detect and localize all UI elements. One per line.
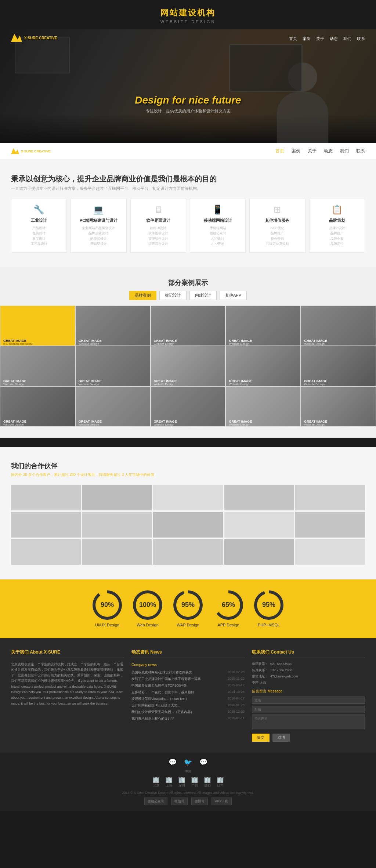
contact-message-input[interactable] — [252, 715, 365, 729]
stats-row: 90% UI/UX Design 100% Web Design 95% WAP… — [0, 590, 376, 627]
service-card-2[interactable]: 🖥 软件界面设计 软件UI设计 软件图标设计 管理软件设计 运营后台设计 — [130, 199, 186, 253]
nav-link-contact[interactable]: 联系 — [356, 148, 365, 154]
city-item-4: 🏢 成都 — [204, 776, 211, 788]
nav-link-cases[interactable]: 案例 — [292, 148, 300, 154]
footer-grid: 关于我们 About X·SURE 北京凌锐创意是一个专业的设计机构，她成立一个… — [11, 649, 365, 742]
service-card-1[interactable]: 💻 PC端网站建设与设计 企业网站产品策划设计 品牌形象设计 响应式设计 营销型… — [70, 199, 126, 253]
social-icon-qq[interactable]: 💬 — [199, 758, 207, 766]
portfolio-cell-0-0[interactable]: GREAT IMAGE it is detailed and useful — [0, 305, 75, 346]
stat-item-3: 65% APP Design — [214, 590, 243, 627]
portfolio-tab-0[interactable]: 品牌案例 — [129, 291, 156, 300]
service-icon-2: 🖥 — [134, 205, 182, 215]
service-icon-5: 📋 — [313, 205, 361, 215]
footer-cities: 🏢 北京 🏢 上海 🏢 深圳 🏢 广州 🏢 成都 🏢 日本 — [11, 776, 365, 788]
news-item-0[interactable]: 美国权威素材网站·全球设计大赛收到获奖 2016-02-28 — [131, 670, 245, 675]
news-item-4[interactable]: 凌锐设计荣获Viewpoint...（more text） 2016-04-17 — [131, 697, 245, 701]
portfolio-cell-1-0[interactable]: GREAT IMAGE Website Design — [0, 346, 75, 386]
hero-background — [0, 29, 376, 143]
portfolio-cell-1-3[interactable]: GREAT IMAGE Website Design — [225, 346, 301, 386]
news-item-5[interactable]: 设计师荣获德国IF工业设计大奖... 2016-01-23 — [131, 703, 245, 708]
nav-link-about[interactable]: 关于 — [308, 148, 317, 154]
stat-num-0: 90% — [101, 601, 114, 609]
nav-link-home[interactable]: 首页 — [275, 148, 284, 154]
partners-title: 我们的合作伙伴 — [11, 462, 365, 470]
hero-nav-news[interactable]: 动态 — [330, 36, 338, 41]
portfolio-cell-sub-0-4: Website Design — [304, 342, 325, 346]
news-date-3: 2014-10-28 — [228, 690, 245, 695]
news-item-2[interactable]: 中国最具发展力品牌年度TOP100评选 2015-05-12 — [131, 683, 245, 688]
news-item-6[interactable]: 我们的设计师荣获宝马集团...（更多内容） 2015-12-09 — [131, 710, 245, 715]
service-card-3[interactable]: 📱 移动端网站设计 手机端网站 微信公众号 APP设计 APP开发 — [190, 199, 246, 253]
portfolio-cell-2-4[interactable]: GREAT IMAGE Website Design — [301, 386, 376, 427]
contact-email-input[interactable] — [252, 706, 365, 713]
hero-nav-home[interactable]: 首页 — [289, 36, 297, 41]
city-icon-3: 🏢 — [191, 776, 198, 783]
hero-nav-us[interactable]: 我们 — [343, 36, 351, 41]
portfolio-tab-2[interactable]: 内建设计 — [189, 291, 217, 300]
news-title-2: 中国最具发展力品牌年度TOP100评选 — [131, 683, 224, 688]
stat-num-4: 95% — [262, 601, 275, 609]
contact-cancel-button[interactable]: 取消 — [272, 734, 290, 742]
email-label: 邮箱地址： — [252, 674, 268, 679]
hero-nav-about[interactable]: 关于 — [316, 36, 324, 41]
partner-cell-1 — [82, 485, 152, 510]
hero-nav-cases[interactable]: 案例 — [303, 36, 311, 41]
stat-circle-3: 65% — [214, 590, 243, 620]
footer-email-row: 邮箱地址： 47@sure-web.com — [252, 674, 365, 679]
news-date-5: 2016-01-23 — [228, 703, 245, 708]
portfolio-cell-2-1[interactable]: GREAT IMAGE Website Design — [75, 386, 151, 427]
nav-link-us[interactable]: 我们 — [340, 148, 349, 154]
tel-label: 电话联系： — [252, 662, 268, 666]
news-date-6: 2015-12-09 — [228, 710, 245, 715]
app-btn-1[interactable]: 微信号 — [171, 798, 188, 805]
portfolio-row-0: GREAT IMAGE it is detailed and useful GR… — [0, 305, 376, 346]
portfolio-tab-1[interactable]: 标记设计 — [159, 291, 187, 300]
portfolio-cell-sub-1-4: Website Design — [304, 383, 325, 386]
service-card-0[interactable]: 🔧 工业设计 产品设计 包装设计 展厅设计 工艺品设计 — [11, 199, 67, 253]
service-title-4: 其他增值服务 — [253, 218, 301, 223]
portfolio-cell-2-3[interactable]: GREAT IMAGE Website Design — [225, 386, 301, 427]
portfolio-cell-2-2[interactable]: GREAT IMAGE Website Design — [151, 386, 226, 427]
portfolio-cell-0-3[interactable]: GREAT IMAGE Website Design — [225, 305, 301, 346]
footer-company-news-title: Company news — [131, 662, 245, 668]
service-card-4[interactable]: ⊞ 其他增值服务 SEO优化 品牌推广 整合营销 品牌定位及规划 — [249, 199, 305, 253]
nav-logo: X·SURE CREATIVE — [11, 148, 51, 154]
news-title-0: 美国权威素材网站·全球设计大赛收到获奖 — [131, 670, 224, 675]
portfolio-tab-3[interactable]: 其他APP — [220, 291, 247, 300]
app-btn-0[interactable]: 微信公众号 — [144, 798, 167, 805]
partner-cell-13 — [224, 539, 294, 565]
stats-section: 90% UI/UX Design 100% Web Design 95% WAP… — [0, 579, 376, 638]
news-item-7[interactable]: 我们秉承创意为核心的设计字 2015-01-11 — [131, 716, 245, 721]
portfolio-cell-1-2[interactable]: GREAT IMAGE Website Design — [151, 346, 226, 386]
contact-name-input[interactable] — [252, 697, 365, 704]
city-item-2: 🏢 深圳 — [178, 776, 185, 788]
portfolio-cell-sub-0-0: it is detailed and useful — [3, 342, 33, 346]
portfolio-cell-1-1[interactable]: GREAT IMAGE Website Design — [75, 346, 151, 386]
portfolio-cell-0-4[interactable]: GREAT IMAGE Website Design — [301, 305, 376, 346]
partner-cell-0 — [11, 485, 81, 510]
contact-submit-button[interactable]: 提交 — [252, 734, 270, 742]
service-card-5[interactable]: 📋 品牌策划 品牌VI设计 品牌推广 品牌全案 品牌定位 — [309, 199, 365, 253]
footer: 关于我们 About X·SURE 北京凌锐创意是一个专业的设计机构，她成立一个… — [0, 638, 376, 753]
social-icon-weibo[interactable]: 🐦 — [184, 758, 192, 766]
app-btn-3[interactable]: APP下载 — [212, 798, 231, 805]
portfolio-cell-sub-1-3: Website Design — [229, 383, 249, 386]
portfolio-cell-0-2[interactable]: GREAT IMAGE Website Design — [151, 305, 226, 346]
news-item-1[interactable]: 发到了工业品牌设计中国年上线工程竞赛一等奖 2015-11-22 — [131, 677, 245, 681]
app-btn-2[interactable]: 微博号 — [191, 798, 208, 805]
city-item-3: 🏢 广州 — [191, 776, 198, 788]
service-icon-1: 💻 — [75, 205, 122, 215]
nav-link-news[interactable]: 动态 — [324, 148, 333, 154]
portfolio-cell-2-0[interactable]: GREAT IMAGE Website Design — [0, 386, 75, 427]
social-icon-wechat[interactable]: 💬 — [169, 758, 177, 766]
news-item-3[interactable]: 更多精彩，一个在此，创意十年，越来越好 2014-10-28 — [131, 690, 245, 695]
portfolio-cell-1-4[interactable]: GREAT IMAGE Website Design — [301, 346, 376, 386]
stat-item-4: 95% PHP+MSQL — [254, 590, 283, 627]
portfolio-cell-sub-0-1: Website Design — [79, 342, 99, 346]
news-date-2: 2015-05-12 — [228, 683, 245, 688]
site-subtitle: WEBSITE DESIGN — [0, 19, 376, 24]
footer-bottom: 💬 🐦 💬 中国 🏢 北京 🏢 上海 🏢 深圳 🏢 广州 🏢 成都 🏢 日本 2… — [0, 753, 376, 811]
hero-nav-contact[interactable]: 联系 — [357, 36, 365, 41]
portfolio-cell-0-1[interactable]: GREAT IMAGE Website Design — [75, 305, 151, 346]
partner-cell-12 — [153, 539, 223, 565]
